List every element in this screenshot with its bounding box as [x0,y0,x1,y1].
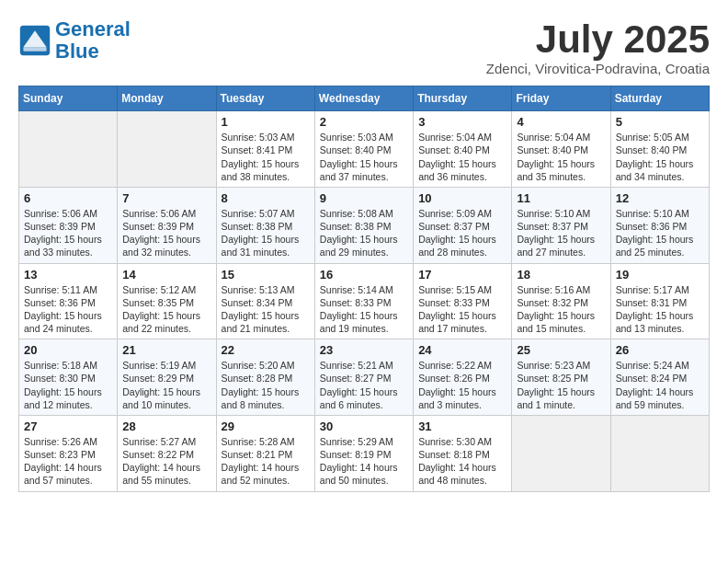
calendar-cell [512,415,610,491]
calendar-cell: 17Sunrise: 5:15 AM Sunset: 8:33 PM Dayli… [414,263,512,339]
cell-content: Sunrise: 5:06 AM Sunset: 8:39 PM Dayligh… [122,207,210,259]
calendar-cell: 19Sunrise: 5:17 AM Sunset: 8:31 PM Dayli… [610,263,709,339]
calendar-cell: 6Sunrise: 5:06 AM Sunset: 8:39 PM Daylig… [19,187,118,263]
day-number: 2 [320,115,408,129]
calendar-cell: 28Sunrise: 5:27 AM Sunset: 8:22 PM Dayli… [118,415,216,491]
calendar-cell: 23Sunrise: 5:21 AM Sunset: 8:27 PM Dayli… [314,339,413,416]
day-number: 13 [24,268,112,282]
calendar-cell: 24Sunrise: 5:22 AM Sunset: 8:26 PM Dayli… [414,339,512,416]
day-number: 29 [222,419,310,433]
day-number: 28 [122,419,210,433]
cell-content: Sunrise: 5:22 AM Sunset: 8:26 PM Dayligh… [418,359,506,411]
day-number: 23 [320,343,408,357]
calendar-cell: 2Sunrise: 5:03 AM Sunset: 8:40 PM Daylig… [314,111,413,188]
cell-content: Sunrise: 5:24 AM Sunset: 8:24 PM Dayligh… [616,359,704,411]
calendar-cell: 26Sunrise: 5:24 AM Sunset: 8:24 PM Dayli… [610,339,709,416]
day-number: 30 [320,419,408,433]
day-number: 17 [418,268,506,282]
cell-content: Sunrise: 5:29 AM Sunset: 8:19 PM Dayligh… [320,435,408,488]
calendar-cell: 8Sunrise: 5:07 AM Sunset: 8:38 PM Daylig… [216,187,314,263]
day-number: 19 [616,268,704,282]
calendar-cell [118,111,216,188]
cell-content: Sunrise: 5:26 AM Sunset: 8:23 PM Dayligh… [24,435,112,488]
day-number: 12 [616,191,704,205]
cell-content: Sunrise: 5:10 AM Sunset: 8:36 PM Dayligh… [616,207,704,259]
calendar-cell: 21Sunrise: 5:19 AM Sunset: 8:29 PM Dayli… [118,339,216,416]
day-number: 9 [320,191,408,205]
calendar-week-row: 1Sunrise: 5:03 AM Sunset: 8:41 PM Daylig… [19,111,710,188]
cell-content: Sunrise: 5:19 AM Sunset: 8:29 PM Dayligh… [122,359,210,411]
day-number: 3 [418,115,506,129]
cell-content: Sunrise: 5:14 AM Sunset: 8:33 PM Dayligh… [320,283,408,336]
day-number: 7 [122,191,210,205]
calendar-cell: 16Sunrise: 5:14 AM Sunset: 8:33 PM Dayli… [314,263,413,339]
cell-content: Sunrise: 5:08 AM Sunset: 8:38 PM Dayligh… [320,207,408,259]
calendar-cell: 9Sunrise: 5:08 AM Sunset: 8:38 PM Daylig… [314,187,413,263]
calendar-cell: 29Sunrise: 5:28 AM Sunset: 8:21 PM Dayli… [216,415,314,491]
day-number: 14 [122,268,210,282]
day-number: 4 [517,115,605,129]
calendar-body: 1Sunrise: 5:03 AM Sunset: 8:41 PM Daylig… [19,111,710,491]
calendar-cell: 12Sunrise: 5:10 AM Sunset: 8:36 PM Dayli… [610,187,709,263]
day-number: 24 [418,343,506,357]
weekday-header: Tuesday [216,86,314,111]
day-number: 22 [222,343,310,357]
cell-content: Sunrise: 5:03 AM Sunset: 8:41 PM Dayligh… [222,131,310,183]
calendar-cell: 22Sunrise: 5:20 AM Sunset: 8:28 PM Dayli… [216,339,314,416]
day-number: 5 [616,115,704,129]
cell-content: Sunrise: 5:23 AM Sunset: 8:25 PM Dayligh… [517,359,605,411]
calendar-week-row: 27Sunrise: 5:26 AM Sunset: 8:23 PM Dayli… [19,415,710,491]
day-number: 27 [24,419,112,433]
cell-content: Sunrise: 5:11 AM Sunset: 8:36 PM Dayligh… [24,283,112,336]
cell-content: Sunrise: 5:12 AM Sunset: 8:35 PM Dayligh… [122,283,210,336]
day-number: 26 [616,343,704,357]
calendar-cell: 25Sunrise: 5:23 AM Sunset: 8:25 PM Dayli… [512,339,610,416]
cell-content: Sunrise: 5:10 AM Sunset: 8:37 PM Dayligh… [517,207,605,259]
day-number: 8 [222,191,310,205]
day-number: 31 [418,419,506,433]
weekday-header: Monday [118,86,216,111]
day-number: 11 [517,191,605,205]
calendar-cell [19,111,118,188]
svg-rect-2 [23,47,46,52]
day-number: 25 [517,343,605,357]
calendar-cell: 20Sunrise: 5:18 AM Sunset: 8:30 PM Dayli… [19,339,118,416]
cell-content: Sunrise: 5:04 AM Sunset: 8:40 PM Dayligh… [517,131,605,183]
logo-line2: Blue [55,40,99,63]
calendar-cell: 14Sunrise: 5:12 AM Sunset: 8:35 PM Dayli… [118,263,216,339]
weekday-header: Wednesday [314,86,413,111]
title-block: July 2025 Zdenci, Virovitica-Podravina, … [486,18,710,76]
cell-content: Sunrise: 5:07 AM Sunset: 8:38 PM Dayligh… [222,207,310,259]
calendar-cell: 18Sunrise: 5:16 AM Sunset: 8:32 PM Dayli… [512,263,610,339]
day-number: 10 [418,191,506,205]
cell-content: Sunrise: 5:15 AM Sunset: 8:33 PM Dayligh… [418,283,506,336]
calendar-cell [610,415,709,491]
logo: General Blue [18,18,131,63]
page-header: General Blue July 2025 Zdenci, Virovitic… [18,18,710,76]
calendar-week-row: 13Sunrise: 5:11 AM Sunset: 8:36 PM Dayli… [19,263,710,339]
calendar-cell: 10Sunrise: 5:09 AM Sunset: 8:37 PM Dayli… [414,187,512,263]
day-number: 18 [517,268,605,282]
calendar-cell: 15Sunrise: 5:13 AM Sunset: 8:34 PM Dayli… [216,263,314,339]
cell-content: Sunrise: 5:03 AM Sunset: 8:40 PM Dayligh… [320,131,408,183]
calendar-cell: 13Sunrise: 5:11 AM Sunset: 8:36 PM Dayli… [19,263,118,339]
weekday-header: Saturday [610,86,709,111]
calendar-header: SundayMondayTuesdayWednesdayThursdayFrid… [19,86,710,111]
cell-content: Sunrise: 5:27 AM Sunset: 8:22 PM Dayligh… [122,435,210,488]
cell-content: Sunrise: 5:21 AM Sunset: 8:27 PM Dayligh… [320,359,408,411]
calendar-cell: 5Sunrise: 5:05 AM Sunset: 8:40 PM Daylig… [610,111,709,188]
calendar-cell: 30Sunrise: 5:29 AM Sunset: 8:19 PM Dayli… [314,415,413,491]
day-number: 20 [24,343,112,357]
logo-icon [18,24,51,57]
logo-text: General Blue [55,18,131,63]
weekday-header: Sunday [19,86,118,111]
cell-content: Sunrise: 5:18 AM Sunset: 8:30 PM Dayligh… [24,359,112,411]
month-title: July 2025 [486,18,710,61]
calendar-cell: 7Sunrise: 5:06 AM Sunset: 8:39 PM Daylig… [118,187,216,263]
cell-content: Sunrise: 5:16 AM Sunset: 8:32 PM Dayligh… [517,283,605,336]
calendar-table: SundayMondayTuesdayWednesdayThursdayFrid… [18,86,710,491]
cell-content: Sunrise: 5:30 AM Sunset: 8:18 PM Dayligh… [418,435,506,488]
day-number: 15 [222,268,310,282]
cell-content: Sunrise: 5:06 AM Sunset: 8:39 PM Dayligh… [24,207,112,259]
calendar-cell: 4Sunrise: 5:04 AM Sunset: 8:40 PM Daylig… [512,111,610,188]
